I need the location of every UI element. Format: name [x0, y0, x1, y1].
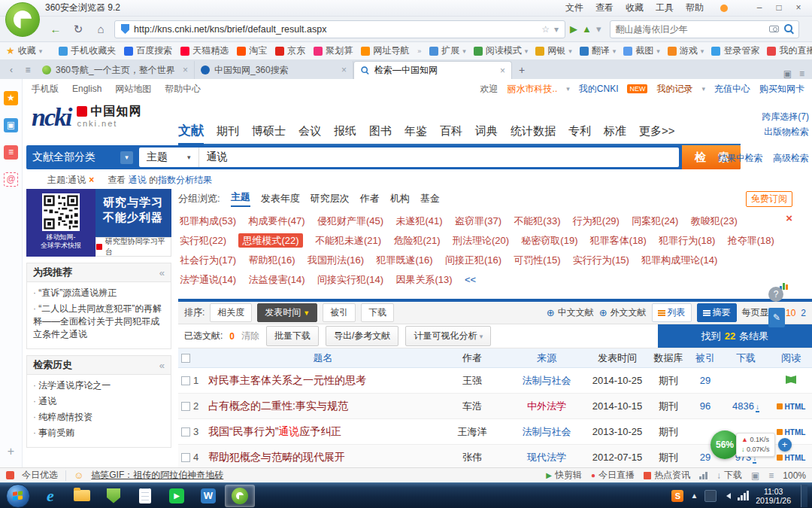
download-manager-button[interactable]: ↓下载	[717, 469, 742, 482]
row-checkbox[interactable]	[181, 376, 190, 385]
article-title-link[interactable]: 对民事主客体关系之一元性的思考	[208, 374, 366, 386]
taskbar-clock[interactable]: 11:03 2019/1/26	[756, 487, 791, 505]
show-desktop-button[interactable]	[801, 485, 807, 507]
topic-tag[interactable]: 间接正犯(16)	[445, 254, 501, 266]
sort-cited[interactable]: 被引	[323, 303, 356, 322]
topic-tag[interactable]: 犯罪既遂(16)	[376, 254, 432, 266]
col-author[interactable]: 作者	[438, 351, 507, 365]
ext-games[interactable]: 游戏▾	[668, 44, 704, 57]
topic-tag[interactable]: 帮助犯(16)	[248, 254, 295, 266]
html-read-link[interactable]: HTML	[777, 403, 806, 411]
new-tab-button[interactable]: +	[512, 62, 532, 79]
tab-scroll-left-icon[interactable]: ‹	[3, 62, 20, 79]
url-text[interactable]: http://kns.cnki.net/kns/brief/default_re…	[134, 24, 537, 35]
article-source-link[interactable]: 法制与社会	[523, 426, 571, 437]
reader-icon[interactable]: ≡	[768, 470, 774, 481]
ext-bank[interactable]: 网银▾	[535, 44, 572, 57]
topic-tag[interactable]: 危险犯(21)	[393, 235, 440, 246]
my-records-link[interactable]: 我的记录	[656, 83, 692, 96]
article-source-link[interactable]: 法制与社会	[523, 375, 571, 386]
remove-filter-icon[interactable]: ×	[89, 175, 94, 185]
query-input[interactable]	[199, 151, 679, 163]
taskbar-notepad[interactable]	[130, 485, 160, 507]
per-page-next[interactable]: 2	[801, 308, 806, 318]
hot-news-button[interactable]: 热点资讯	[644, 469, 690, 482]
group-tab-year[interactable]: 发表年度	[261, 192, 300, 205]
article-title-link[interactable]: 我国“民事行为”通说应予纠正	[208, 425, 438, 439]
select-all-checkbox[interactable]	[181, 354, 190, 363]
nav-thesis[interactable]: 博硕士	[252, 124, 286, 138]
topic-tag[interactable]: 行为犯(29)	[573, 215, 620, 227]
favorite-star-icon[interactable]: ☆	[541, 24, 550, 35]
tab-cnki-result-active[interactable]: 检索—中国知网 ×	[353, 61, 512, 79]
back-button[interactable]: ←	[47, 20, 65, 38]
bookmark-taobao[interactable]: 淘宝	[237, 44, 267, 57]
url-dropdown-icon[interactable]: ▾	[554, 24, 559, 35]
tab-close-icon[interactable]: ×	[500, 65, 505, 76]
topic-tag[interactable]: 实行行为(15)	[573, 254, 629, 266]
history-item[interactable]: 法学通说序论之一	[33, 379, 165, 392]
search-in-results-link[interactable]: 结果中检索	[718, 153, 763, 163]
refresh-button[interactable]: ↻	[69, 20, 87, 38]
topic-tag[interactable]: 犯罪构成理论(14)	[641, 254, 717, 266]
volume-icon[interactable]	[723, 493, 731, 499]
group-tab-institution[interactable]: 机构	[390, 192, 410, 205]
nav-book[interactable]: 图书	[369, 124, 392, 138]
col-database[interactable]: 数据库	[648, 351, 689, 365]
view-abstract-button[interactable]: 摘要	[697, 303, 737, 322]
article-cited-count[interactable]: 96	[689, 400, 722, 412]
col-download[interactable]: 下载	[722, 351, 770, 365]
accelerate-plus-icon[interactable]: +	[778, 438, 792, 452]
live-today-button[interactable]: ●今日直播	[591, 469, 635, 482]
menu-view[interactable]: 查看	[595, 2, 614, 14]
taskbar-360-browser-active[interactable]	[225, 485, 255, 507]
group-tab-author[interactable]: 作者	[360, 192, 380, 205]
tab-preview-icon[interactable]: ▣	[783, 68, 792, 79]
row-checkbox[interactable]	[181, 427, 190, 437]
nav-journal[interactable]: 期刊	[217, 124, 239, 138]
hidden-icons-arrow[interactable]: ▲	[690, 491, 698, 500]
memory-ball[interactable]: 56%	[710, 430, 739, 459]
history-item[interactable]: 通说	[33, 395, 165, 408]
quick-favorites-icon[interactable]: ★	[4, 91, 18, 105]
export-reference-button[interactable]: 导出/参考文献	[326, 326, 398, 346]
speed-mode-icon[interactable]: ▶	[570, 23, 577, 35]
window-capture-icon[interactable]: ▣	[751, 470, 759, 481]
bookmark-nav-site[interactable]: 网址导航	[361, 44, 409, 57]
promo-icon[interactable]	[720, 5, 728, 12]
menu-tools[interactable]: 工具	[656, 2, 674, 14]
topic-tag[interactable]: 不能犯(33)	[514, 215, 560, 227]
link-english[interactable]: English	[72, 84, 102, 94]
tab-360-nav[interactable]: 360导航_一个主页，整个世界 ×	[36, 61, 195, 79]
advanced-search-link[interactable]: 高级检索	[773, 153, 809, 163]
recharge-link[interactable]: 充值中心	[714, 83, 750, 96]
sort-relevance[interactable]: 相关度	[210, 303, 252, 322]
minimize-button[interactable]: –	[750, 2, 768, 15]
nav-literature[interactable]: 文献	[178, 122, 204, 145]
bookmark-baidu[interactable]: 百度搜索	[124, 44, 172, 57]
article-author[interactable]: 张伟	[438, 451, 507, 464]
topic-tag[interactable]: 因果关系(13)	[395, 274, 452, 285]
tab-close-icon[interactable]: ×	[183, 65, 188, 75]
topic-tag[interactable]: 教唆犯(23)	[691, 215, 738, 227]
col-cited[interactable]: 被引	[689, 351, 722, 365]
link-mobile-version[interactable]: 手机版	[32, 83, 59, 96]
tab-cnki-search[interactable]: 中国知网_360搜索 ×	[195, 61, 353, 79]
user-org-link[interactable]: 丽水市科技..	[508, 83, 558, 96]
start-button[interactable]	[6, 484, 30, 508]
quick-clip-button[interactable]: ▶快剪辑	[546, 469, 582, 482]
bookmark-jd[interactable]: 京东	[275, 44, 305, 57]
article-author[interactable]: 王强	[438, 374, 507, 388]
quick-add-icon[interactable]: +	[4, 444, 18, 458]
tab-close-icon[interactable]: ×	[341, 65, 347, 75]
close-tags-icon[interactable]: ×	[786, 211, 792, 224]
collapse-tags-link[interactable]: <<	[465, 274, 476, 285]
group-tab-fund[interactable]: 基金	[420, 192, 440, 205]
nav-dictionary[interactable]: 词典	[475, 124, 498, 138]
sogou-ime-icon[interactable]: S	[671, 490, 683, 502]
chevron-down-icon[interactable]: ▾	[701, 85, 705, 93]
menu-file[interactable]: 文件	[565, 2, 583, 14]
topic-tag[interactable]: 可罚性(15)	[514, 254, 560, 266]
article-title-link[interactable]: 占有概念的二重性:事实与规范	[208, 400, 348, 412]
keyboard-icon[interactable]	[704, 490, 717, 502]
